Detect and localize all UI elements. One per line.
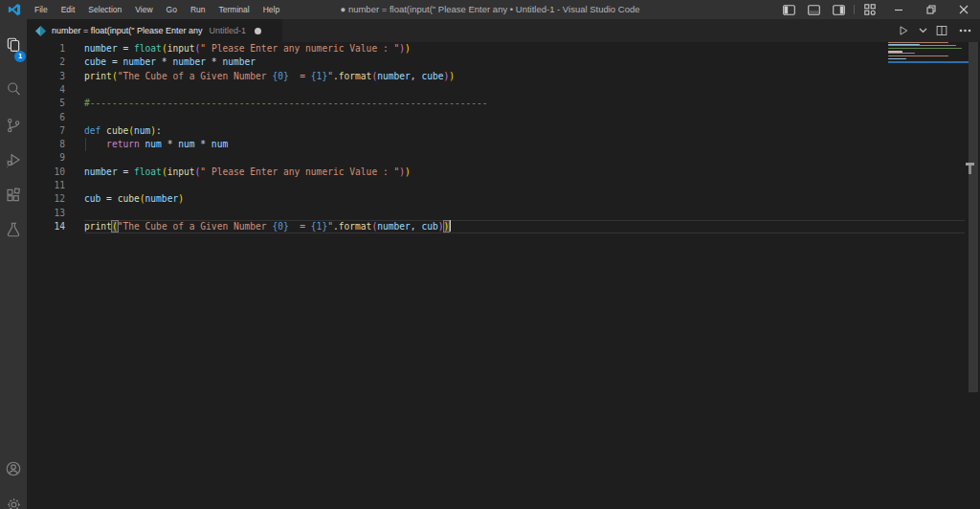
source-control-icon[interactable]: [0, 111, 27, 140]
line-number: 2: [27, 55, 65, 70]
minimap-line: [888, 53, 915, 54]
customize-layout-icon[interactable]: [858, 0, 882, 19]
code-line-10[interactable]: number = float(input(" Please Enter any …: [84, 166, 411, 180]
search-icon[interactable]: [0, 75, 27, 103]
toggle-secondary-sidebar-icon[interactable]: [826, 0, 851, 19]
code-line-2[interactable]: cube = number * number * number: [84, 55, 256, 70]
python-file-icon: [34, 25, 47, 37]
run-dropdown-chevron-icon[interactable]: [917, 21, 928, 40]
split-editor-icon[interactable]: [932, 21, 951, 40]
tab-untitled-1[interactable]: number = float(input(" Please Enter any …: [27, 19, 283, 42]
minimap-line: [888, 48, 962, 49]
explorer-icon[interactable]: 1: [0, 31, 27, 59]
text-ibeam-cursor-artifact: [966, 163, 975, 174]
run-and-debug-icon[interactable]: [0, 145, 27, 174]
editor-actions: [894, 19, 974, 42]
code-line-1[interactable]: number = float(input(" Please Enter any …: [84, 42, 411, 56]
code-line-7[interactable]: def cube(num):: [84, 124, 162, 139]
code-line-14[interactable]: print("The Cube of a Given Number {0} = …: [84, 220, 451, 234]
more-actions-icon[interactable]: [955, 21, 974, 40]
menu-item-terminal[interactable]: Terminal: [212, 0, 256, 19]
vscode-window: FileEditSelectionViewGoRunTerminalHelp ●…: [0, 0, 980, 509]
menu-item-run[interactable]: Run: [184, 0, 212, 19]
menu-item-selection[interactable]: Selection: [81, 0, 128, 19]
restore-button[interactable]: [915, 0, 947, 19]
line-number: 12: [27, 192, 65, 207]
minimap-line: [888, 55, 948, 56]
line-number: 4: [27, 83, 65, 98]
menu-item-help[interactable]: Help: [256, 0, 286, 19]
menu-item-view[interactable]: View: [128, 0, 159, 19]
menu-item-file[interactable]: File: [28, 0, 55, 19]
line-number: 3: [27, 70, 65, 84]
line-number: 11: [27, 179, 65, 193]
line-number: 5: [27, 97, 65, 111]
code-editor[interactable]: 1number = float(input(" Please Enter any…: [27, 42, 980, 509]
close-button[interactable]: [947, 0, 980, 19]
menubar: FileEditSelectionViewGoRunTerminalHelp: [28, 0, 286, 19]
line-number: 10: [27, 166, 65, 180]
toggle-primary-sidebar-icon[interactable]: [776, 0, 801, 19]
tab-bar: number = float(input(" Please Enter any …: [27, 19, 980, 42]
toggle-panel-icon[interactable]: [801, 0, 826, 19]
extensions-icon[interactable]: [0, 181, 27, 210]
code-line-5[interactable]: #---------------------------------------…: [84, 97, 488, 111]
tab-modified-dot[interactable]: [255, 28, 261, 34]
minimap[interactable]: [888, 42, 969, 509]
line-number: 14: [27, 220, 65, 234]
accounts-icon[interactable]: [0, 454, 27, 483]
vertical-scrollbar[interactable]: [969, 42, 978, 392]
code-line-8[interactable]: return num * num * num: [84, 138, 228, 152]
testing-icon[interactable]: [0, 215, 27, 244]
line-number: 8: [27, 138, 65, 152]
menu-item-go[interactable]: Go: [160, 0, 184, 19]
menu-item-edit[interactable]: Edit: [55, 0, 82, 19]
text-cursor: [449, 220, 451, 232]
tab-description: Untitled-1: [210, 26, 247, 35]
line-number: 7: [27, 124, 65, 139]
code-line-3[interactable]: print("The Cube of a Given Number {0} = …: [84, 70, 455, 84]
activity-bar: 1: [0, 19, 27, 509]
settings-gear-icon[interactable]: [0, 490, 27, 509]
minimize-button[interactable]: [882, 0, 915, 19]
vscode-logo-icon: [8, 3, 21, 16]
code-line-12[interactable]: cub = cube(number): [84, 192, 184, 207]
tab-label: number = float(input(" Please Enter any: [52, 26, 203, 35]
titlebar-separator: [854, 5, 855, 14]
minimap-line: [888, 58, 906, 59]
minimap-line: [888, 45, 956, 46]
titlebar-controls: [776, 0, 980, 19]
line-number: 13: [27, 207, 65, 221]
line-number: 1: [27, 42, 65, 56]
titlebar: FileEditSelectionViewGoRunTerminalHelp ●…: [0, 0, 980, 19]
line-number: 9: [27, 151, 65, 166]
run-button[interactable]: [894, 21, 913, 40]
explorer-badge: 1: [14, 51, 26, 62]
minimap-current-line-bar: [888, 61, 969, 63]
line-number: 6: [27, 111, 65, 125]
